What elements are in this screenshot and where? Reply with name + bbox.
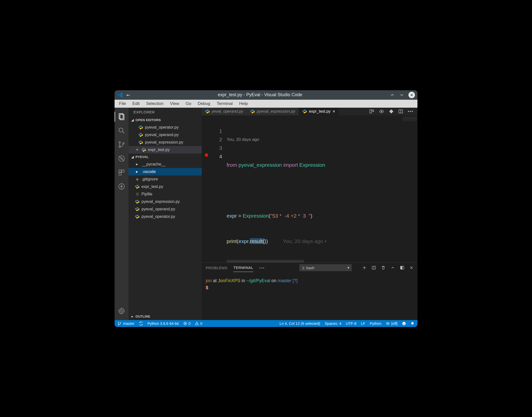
close-button[interactable] <box>408 92 415 98</box>
split-editor-icon[interactable] <box>398 109 403 114</box>
menu-terminal[interactable]: Terminal <box>214 100 236 107</box>
menu-go[interactable]: Go <box>183 100 194 107</box>
activity-search[interactable] <box>115 124 129 138</box>
folder-item[interactable]: ▸__pycache__ <box>129 161 202 168</box>
file-item[interactable]: expr_test.py <box>129 183 202 190</box>
activity-explorer[interactable] <box>115 110 129 124</box>
vscode-icon <box>117 92 123 98</box>
status-eol[interactable]: LF <box>361 321 365 326</box>
svg-point-23 <box>120 323 121 323</box>
status-python[interactable]: Python 3.6.6 64-bit <box>147 321 179 326</box>
close-tab-icon[interactable]: × <box>332 109 335 114</box>
panel-collapse-icon[interactable] <box>391 265 395 270</box>
menu-debug[interactable]: Debug <box>195 100 213 107</box>
panel: PROBLEMS TERMINAL ••• 1: bash jon at Jon… <box>202 262 417 320</box>
minimize-button[interactable] <box>390 92 395 98</box>
file-item[interactable]: pyeval_expression.py <box>129 198 202 205</box>
status-sync[interactable] <box>139 322 143 326</box>
status-spaces[interactable]: Spaces: 4 <box>325 321 341 326</box>
svg-rect-20 <box>400 266 402 269</box>
new-terminal-icon[interactable] <box>362 265 367 270</box>
status-notifications[interactable] <box>410 322 414 326</box>
status-bar: master Python 3.6.6 64-bit 0 0 Ln 4, Col… <box>115 320 417 327</box>
close-editor-icon[interactable]: × <box>135 148 139 152</box>
panel-tab-problems[interactable]: PROBLEMS <box>206 264 227 272</box>
status-feedback[interactable] <box>402 322 406 326</box>
split-terminal-icon[interactable] <box>372 265 376 270</box>
python-file-icon <box>302 109 307 114</box>
file-item[interactable]: ◈.gitignore <box>129 175 202 183</box>
python-file-icon <box>250 109 255 114</box>
chevron-right-icon: ▸ <box>135 169 139 174</box>
python-file-icon <box>138 125 143 130</box>
menu-view[interactable]: View <box>167 100 182 107</box>
status-liveshare[interactable]: [off] <box>386 321 398 326</box>
python-file-icon <box>205 109 210 114</box>
code-area[interactable]: You, 20 days ago from pyeval_expression … <box>227 115 417 262</box>
code-editor[interactable]: 1 2 3 4 You, 20 days ago from pyeval_exp… <box>202 115 417 262</box>
pin-icon[interactable] <box>126 93 131 97</box>
svg-rect-9 <box>122 170 124 172</box>
activity-extensions[interactable] <box>115 166 129 179</box>
status-language[interactable]: Python <box>370 321 382 326</box>
more-actions-icon[interactable]: ••• <box>408 109 413 114</box>
project-header[interactable]: ◢PYEVAL <box>129 154 202 161</box>
terminal-select[interactable]: 1: bash <box>299 264 352 271</box>
svg-point-4 <box>119 146 120 147</box>
status-warnings[interactable]: 0 <box>195 321 202 326</box>
file-item[interactable]: pyeval_operator.py <box>129 213 202 220</box>
svg-point-16 <box>381 111 382 112</box>
menubar: File Edit Selection View Go Debug Termin… <box>115 100 417 108</box>
titlebar: expr_test.py - PyEval - Visual Studio Co… <box>115 90 417 100</box>
svg-point-22 <box>118 324 119 325</box>
python-file-icon <box>135 184 139 189</box>
status-encoding[interactable]: UTF-8 <box>346 321 357 326</box>
menu-edit[interactable]: Edit <box>129 100 142 107</box>
file-item[interactable]: ≣Pipfile <box>129 190 202 198</box>
codelens-blame[interactable]: You, 20 days ago <box>227 135 417 144</box>
line-number: 1 <box>202 127 222 135</box>
gitlens-toggle-icon[interactable] <box>379 109 384 114</box>
tab-bar: yeval_operand.py pyeval_expression.py ex… <box>202 108 417 116</box>
svg-point-3 <box>119 142 120 143</box>
open-changes-icon[interactable] <box>389 109 394 114</box>
activity-settings[interactable] <box>115 304 129 318</box>
line-number: 4 <box>202 152 222 161</box>
status-branch[interactable]: master <box>118 321 134 326</box>
svg-point-28 <box>404 323 405 323</box>
panel-tab-more[interactable]: ••• <box>259 264 265 272</box>
outline-header[interactable]: ▸OUTLINE <box>129 313 202 320</box>
panel-close-icon[interactable] <box>409 266 413 270</box>
open-editors-header[interactable]: ◢OPEN EDITORS <box>129 117 202 124</box>
horizontal-scrollbar[interactable] <box>227 260 304 262</box>
python-file-icon <box>138 133 143 137</box>
activity-debug[interactable] <box>115 152 129 166</box>
panel-maximize-icon[interactable] <box>400 265 404 270</box>
folder-item-selected[interactable]: ▸.vscode <box>129 168 202 175</box>
activity-gitlens[interactable] <box>115 179 129 193</box>
open-editor-item[interactable]: pyeval_operand.py <box>129 131 202 139</box>
open-editor-item-active[interactable]: ×expr_test.py <box>129 146 202 154</box>
terminal[interactable]: jon at JonFinXPS in ~/git/PyEval on mast… <box>202 273 417 320</box>
menu-selection[interactable]: Selection <box>143 100 167 107</box>
editor-tab[interactable]: pyeval_expression.py <box>247 108 299 116</box>
activity-bar <box>115 108 129 320</box>
svg-point-27 <box>403 323 403 323</box>
status-cursor[interactable]: Ln 4, Col 12 (9 selected) <box>279 321 320 326</box>
status-errors[interactable]: 0 <box>183 321 191 326</box>
minimap[interactable] <box>400 115 417 262</box>
python-file-icon <box>135 207 139 211</box>
activity-scm[interactable] <box>115 138 129 152</box>
open-editor-item[interactable]: pyeval_expression.py <box>129 139 202 146</box>
compare-changes-icon[interactable] <box>369 109 374 114</box>
file-item[interactable]: pyeval_operand.py <box>129 205 202 213</box>
open-editor-item[interactable]: pyeval_operator.py <box>129 124 202 131</box>
editor-tab[interactable]: yeval_operand.py <box>202 108 247 116</box>
maximize-button[interactable] <box>399 92 404 98</box>
menu-help[interactable]: Help <box>236 100 251 107</box>
panel-tab-terminal[interactable]: TERMINAL <box>233 263 253 272</box>
svg-point-5 <box>123 142 124 144</box>
editor-tab-active[interactable]: expr_test.py× <box>299 108 339 116</box>
kill-terminal-icon[interactable] <box>381 265 386 270</box>
menu-file[interactable]: File <box>116 100 129 107</box>
